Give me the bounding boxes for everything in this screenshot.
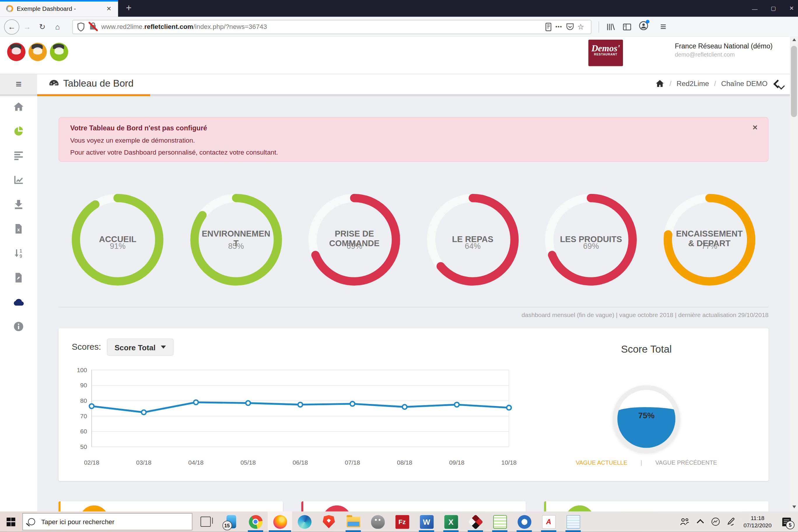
running-indicator [443, 530, 458, 532]
url-text[interactable]: www.red2lime.refletclient.com/index.php/… [101, 23, 545, 31]
tracking-shield-icon[interactable] [77, 22, 85, 31]
gauge-label: LE REPAS [437, 234, 509, 244]
breadcrumb-home-icon[interactable] [656, 79, 664, 88]
sidebar-item-list[interactable] [0, 143, 37, 167]
page-scrollbar[interactable] [790, 37, 798, 512]
firefox-icon [273, 515, 287, 529]
notification-center-button[interactable]: 5 [778, 512, 795, 532]
page-actions-icon[interactable]: ••• [552, 24, 565, 30]
taskbar-app-filezilla[interactable]: Fz [390, 512, 415, 532]
category-gauge: ENCAISSEMENT & DEPART 77% [650, 189, 768, 290]
taskbar-app-brave[interactable] [317, 512, 341, 532]
scroll-up-arrow[interactable] [790, 37, 798, 44]
breadcrumb-chaine-demo[interactable]: Chaîne DEMO [721, 79, 768, 88]
taskbar-app-notepad[interactable] [561, 512, 585, 532]
vpn-tray-icon[interactable] [708, 517, 723, 526]
taskbar-app-acrobat[interactable]: A [536, 512, 561, 532]
browser-toolbar: ← → ↻ ⌂ www.red2lime.refletclient.com/in… [0, 17, 798, 37]
browser-tab-bar: Exemple Dashboard - ✕ + — ▢ ✕ [0, 0, 798, 17]
back-button[interactable]: ← [4, 19, 19, 34]
sidebar-item-sort-numeric[interactable]: 19 [0, 241, 37, 265]
site-logo[interactable] [7, 43, 71, 61]
running-indicator [516, 530, 532, 532]
insecure-lock-icon[interactable] [89, 22, 97, 31]
sidebar-toggle-button[interactable]: ≡ [0, 74, 37, 94]
taskbar-app-musicbee[interactable] [463, 512, 488, 532]
logo-mascot-red [7, 43, 25, 61]
taskbar-app-nordvpn[interactable] [512, 512, 536, 532]
account-info[interactable]: France Réseau National (démo) demo@refle… [675, 42, 773, 57]
score-select-dropdown[interactable]: Score Total [107, 338, 173, 356]
running-indicator [492, 530, 507, 532]
running-indicator [541, 530, 556, 532]
sidebar-item-pie-chart[interactable] [0, 119, 37, 143]
sidebars-icon[interactable] [622, 22, 631, 31]
card-accent-border [59, 501, 61, 512]
sidebar-item-line-chart[interactable] [0, 167, 37, 192]
sidebar-item-cloud[interactable] [0, 290, 37, 314]
svg-text:100: 100 [77, 367, 87, 373]
pen-tray-icon[interactable] [723, 517, 739, 526]
sidebar-item-download[interactable] [0, 192, 37, 216]
address-bar[interactable]: www.red2lime.refletclient.com/index.php/… [72, 20, 591, 34]
tab-close-icon[interactable]: ✕ [104, 4, 114, 13]
svg-text:70: 70 [80, 413, 87, 419]
cloud-icon [13, 296, 24, 307]
sidebar-item-home[interactable] [0, 94, 37, 119]
sidebar-item-excel-file[interactable]: x [0, 216, 37, 241]
scrollbar-thumb[interactable] [791, 46, 797, 117]
menu-icon[interactable]: ≡ [656, 21, 671, 33]
search-input[interactable] [40, 517, 180, 526]
svg-text:09/18: 09/18 [449, 459, 464, 466]
account-icon[interactable] [639, 21, 648, 33]
card-gauge-circle [323, 506, 351, 512]
taskbar-app-excel[interactable]: X [439, 512, 463, 532]
pocket-icon[interactable] [566, 22, 575, 31]
taskbar-app-word[interactable]: W [414, 512, 439, 532]
svg-text:06/18: 06/18 [292, 459, 308, 466]
dashboard-card-partial [544, 501, 768, 512]
window-maximize-button[interactable]: ▢ [771, 5, 776, 12]
taskbar-clock[interactable]: 11:18 07/12/2020 [743, 514, 772, 529]
scores-line-chart: 506070809010002/1803/1804/1805/1806/1807… [71, 364, 519, 475]
taskbar-app-image-viewer[interactable] [488, 512, 512, 532]
scroll-down-arrow[interactable] [790, 504, 798, 512]
taskbar-app-file-explorer[interactable] [341, 512, 365, 532]
window-minimize-button[interactable]: — [752, 5, 758, 12]
library-icon[interactable] [606, 22, 615, 31]
new-tab-button[interactable]: + [122, 2, 135, 14]
taskbar-app-firefox[interactable] [268, 512, 292, 532]
forward-button[interactable]: → [19, 22, 34, 31]
task-view-button[interactable] [201, 516, 211, 527]
browser-tab[interactable]: Exemple Dashboard - ✕ [0, 0, 118, 17]
people-icon[interactable] [677, 518, 692, 526]
org-name: France Réseau National (démo) [675, 42, 773, 50]
taskbar-app-gimp[interactable] [365, 512, 390, 532]
your-phone-icon: 15 [226, 515, 236, 528]
taskbar-app-chrome[interactable] [243, 512, 268, 532]
home-button[interactable]: ⌂ [50, 22, 65, 31]
gauge-label: LES PRODUITS [555, 234, 627, 244]
alert-close-icon[interactable]: ✕ [752, 124, 758, 131]
sidebar-item-info[interactable] [0, 314, 37, 339]
breadcrumb-red2lime[interactable]: Red2Lime [677, 79, 709, 88]
logo-mascot-orange [28, 43, 47, 61]
client-brand-logo: Demos' RESTAURANT [588, 40, 623, 66]
taskbar-app-your-phone[interactable]: 15 [219, 512, 243, 532]
start-button[interactable] [7, 517, 16, 526]
window-close-button[interactable]: ✕ [789, 5, 794, 12]
reader-mode-icon[interactable] [545, 22, 552, 31]
site-header: Demos' RESTAURANT France Réseau National… [0, 37, 798, 74]
notification-badge: 5 [786, 520, 795, 529]
file-explorer-icon [346, 516, 360, 527]
reload-button[interactable]: ↻ [35, 22, 50, 31]
tray-overflow-chevron-icon[interactable] [693, 518, 708, 525]
excel-icon: X [444, 515, 458, 529]
taskbar-search[interactable] [22, 513, 192, 530]
running-indicator [566, 530, 581, 532]
notepad-icon [566, 515, 580, 529]
bookmark-star-icon[interactable]: ☆ [575, 22, 587, 31]
brand-name: Demos' [588, 44, 623, 53]
sidebar-item-pdf-file[interactable] [0, 265, 37, 290]
taskbar-app-edge[interactable] [292, 512, 317, 532]
